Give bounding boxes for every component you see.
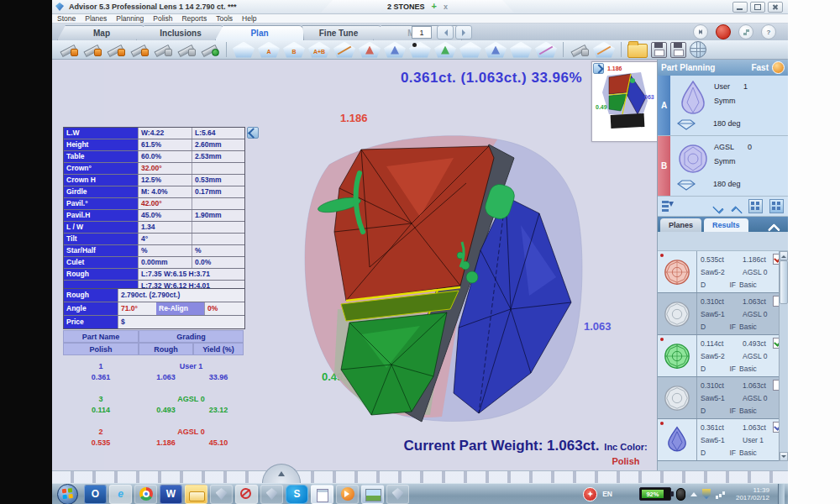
tab-results[interactable]: Results: [704, 218, 748, 232]
media-player-icon[interactable]: [336, 485, 359, 504]
advisor-app-icon[interactable]: [260, 485, 283, 504]
expand-thumbnail-icon[interactable]: [593, 63, 604, 74]
language-indicator[interactable]: EN: [602, 490, 612, 498]
add-stone-icon[interactable]: +: [431, 3, 436, 10]
chrome-icon[interactable]: [134, 485, 157, 504]
part-b-tab[interactable]: B: [658, 136, 670, 196]
menu-stone[interactable]: Stone: [57, 14, 76, 23]
mode-icon[interactable]: [772, 61, 785, 74]
diamond-slash-red-icon[interactable]: [359, 42, 381, 58]
show-desktop-button[interactable]: [778, 484, 785, 504]
stamp-icon[interactable]: [570, 42, 590, 57]
diamond-ab-icon[interactable]: A+B: [308, 42, 330, 58]
menu-reports[interactable]: Reports: [181, 14, 207, 23]
close-stone-icon[interactable]: x: [444, 3, 448, 11]
save-icon[interactable]: [651, 42, 667, 58]
results-scrollbar[interactable]: [779, 251, 788, 461]
tab-map[interactable]: Map: [57, 25, 146, 40]
tray-app-icon[interactable]: [583, 487, 597, 501]
diamond-remove-icon[interactable]: [535, 42, 557, 58]
file-explorer-icon[interactable]: [185, 485, 207, 504]
maximize-button[interactable]: [750, 2, 765, 13]
saw-tool-icon[interactable]: [59, 42, 79, 57]
network-icon[interactable]: [716, 490, 726, 499]
minimize-button[interactable]: [732, 2, 748, 13]
show-hidden-icons[interactable]: [690, 489, 697, 496]
diamond-plain-icon[interactable]: [233, 42, 255, 58]
expand-results-icon[interactable]: [769, 199, 784, 213]
taskbar-clock[interactable]: 11:39 2017/02/12: [731, 486, 769, 501]
redo-cloud-icon[interactable]: [593, 42, 615, 58]
part-a-tab[interactable]: A: [658, 76, 670, 135]
scissors-dotted-icon[interactable]: [106, 42, 126, 57]
internet-explorer-icon[interactable]: e: [109, 485, 132, 504]
result-row[interactable]: 0.310ct1.063ct Saw5-1AGSL 0 DIFBasic: [658, 377, 788, 419]
part-a-section[interactable]: A User1 Symm 180 deg: [658, 76, 788, 136]
globe-icon[interactable]: [690, 41, 706, 58]
expand-table-icon[interactable]: [247, 127, 259, 139]
clip-tool-icon[interactable]: [153, 42, 173, 57]
diamond-cluster-icon[interactable]: [459, 42, 481, 58]
start-button[interactable]: [57, 484, 78, 504]
menu-tools[interactable]: Tools: [216, 14, 233, 23]
record-button[interactable]: [716, 24, 731, 39]
menu-help[interactable]: Help: [242, 14, 256, 23]
help-button[interactable]: ?: [761, 24, 776, 39]
grading-group-green[interactable]: 3AGSL 0 0.1140.49323.12: [63, 395, 244, 417]
next-page-button[interactable]: [455, 25, 472, 39]
sort-icon[interactable]: [662, 200, 674, 213]
chevron-up-icon[interactable]: [730, 203, 742, 210]
scissors-icon[interactable]: [129, 42, 150, 57]
advisor-app-icon[interactable]: [386, 485, 409, 504]
advisor-app-icon[interactable]: [210, 485, 233, 504]
prev-page-button[interactable]: [437, 25, 454, 39]
stone-document-tab[interactable]: 2 STONES + x: [321, 0, 514, 13]
result-row[interactable]: 0.361ct1.063ct Saw5-1User 1 DIFBasic: [658, 419, 788, 461]
scroll-thumb[interactable]: [780, 260, 788, 304]
tab-planes[interactable]: Planes: [660, 218, 701, 232]
result-row[interactable]: 0.114ct0.493ct Saw5-2AGSL 0 DIFBasic: [658, 335, 788, 377]
layout-button[interactable]: [738, 24, 753, 39]
scroll-down-icon[interactable]: [780, 452, 788, 461]
battery-indicator[interactable]: 92%: [639, 487, 671, 501]
page-number-box[interactable]: 1: [412, 26, 432, 39]
part-b-section[interactable]: B AGSL0 Symm 180 deg: [658, 136, 788, 197]
skype-icon[interactable]: S: [286, 485, 308, 504]
action-center-icon[interactable]: [702, 489, 711, 499]
thumbnail-view[interactable]: 1.186 0.49 063: [591, 61, 660, 142]
diamond-slash-blue-icon[interactable]: [333, 42, 355, 58]
result-row[interactable]: 0.310ct1.063ct Saw5-1AGSL 0 DIFBasic: [658, 293, 788, 335]
diamond-dot-icon[interactable]: [409, 42, 431, 58]
tab-fine-tune[interactable]: Fine Tune: [294, 25, 383, 40]
grading-group-red[interactable]: 2AGSL 0 0.5351.18645.10: [63, 428, 244, 449]
tab-plan[interactable]: Plan: [215, 25, 304, 40]
outlook-icon[interactable]: O: [84, 485, 107, 504]
scroll-up-icon[interactable]: [780, 251, 788, 260]
swap-view-button[interactable]: [693, 24, 708, 39]
rough-3d-view[interactable]: [286, 124, 638, 437]
notepad-icon[interactable]: [311, 485, 333, 504]
result-row[interactable]: 0.535ct1.186ct Saw5-2AGSL 0 DIFBasic: [658, 251, 788, 293]
delete-saw-icon[interactable]: [176, 42, 197, 57]
menu-polish[interactable]: Polish: [153, 14, 172, 23]
chevron-down-icon[interactable]: [711, 203, 723, 210]
planes-grid-icon[interactable]: [748, 199, 763, 213]
open-folder-icon[interactable]: [627, 44, 648, 58]
diamond-blue-split-icon[interactable]: [485, 42, 507, 58]
tab-inclusions[interactable]: Inclusions: [136, 25, 225, 40]
collapse-icon[interactable]: [771, 223, 781, 228]
diamond-doc-icon[interactable]: [510, 42, 532, 58]
diamond-b-icon[interactable]: B: [283, 42, 305, 58]
close-button[interactable]: [768, 2, 783, 13]
photo-viewer-icon[interactable]: [361, 485, 384, 504]
undo-saw-icon[interactable]: [200, 42, 220, 57]
grading-group-blue[interactable]: 1User 1 0.3611.06333.96: [63, 362, 244, 384]
blocked-app-icon[interactable]: [235, 485, 258, 504]
diamond-split-icon[interactable]: [384, 42, 406, 58]
diamond-green-icon[interactable]: [434, 42, 456, 58]
saw-wide-tool-icon[interactable]: [82, 42, 102, 57]
save-as-icon[interactable]: [670, 42, 686, 58]
menu-planes[interactable]: Planes: [85, 14, 107, 23]
diamond-a-icon[interactable]: A: [258, 42, 280, 58]
realign-button[interactable]: Re-Align: [156, 302, 204, 315]
